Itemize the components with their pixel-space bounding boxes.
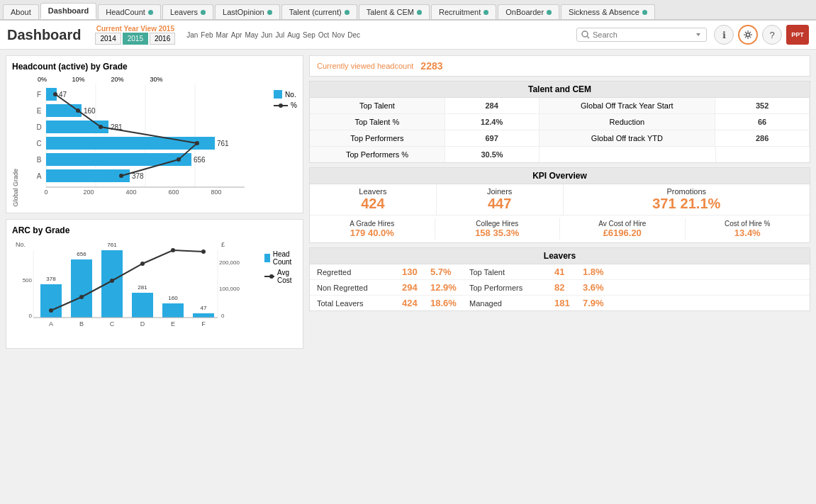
powerpoint-button[interactable]: PPT [786,25,809,45]
kpi-overview-header: KPI Overview [310,168,810,184]
x-tick-20: 20% [98,76,137,83]
a-grade-value: 179 [350,228,366,238]
college-hires-value: 158 [475,228,491,238]
headcount-dot [148,10,153,15]
month-aug[interactable]: Aug [287,31,300,39]
promotions-col: Promotions 371 21.1% [564,184,810,215]
talent-current-dot [345,10,350,15]
tab-recruitment[interactable]: Recruitment [431,4,496,19]
bar-a [46,169,130,182]
search-box[interactable] [576,28,707,42]
arc-yr-200k: 200,000 [219,259,240,266]
managed-label: Managed [469,299,554,308]
promotions-value: 371 [652,196,676,212]
svg-line-1 [587,36,589,38]
onboarder-dot [547,10,552,15]
arc-dot-a [49,308,53,313]
chart-legend: No. % [274,90,297,207]
leavers-dot [201,10,206,15]
av-cost-col: Av Cost of Hire £6196.20 [560,218,686,240]
av-cost-label: Av Cost of Hire [563,220,682,228]
tab-talent-cem[interactable]: Talent & CEM [359,4,430,19]
global-offtrack-year-value: 352 [715,98,810,113]
svg-point-0 [582,31,588,37]
tab-leavers[interactable]: Leavers [162,4,213,19]
arc-grade-e: E [171,320,175,327]
month-dec[interactable]: Dec [347,31,360,39]
tab-sickness[interactable]: Sickness & Absence [561,4,655,19]
college-hires-pct: 35.3% [493,228,519,238]
xnum-600: 600 [168,189,179,196]
year-nav: Current Year View 2015 2014 2015 2016 [95,25,175,45]
line-dot-a [119,174,123,178]
month-sep[interactable]: Sep [303,31,315,39]
month-apr[interactable]: Apr [231,31,242,39]
tab-talent-current[interactable]: Talent (current) [281,4,357,19]
leavers-row-3: Total Leavers 424 18.6% Managed 181 7.9% [310,296,810,310]
left-panel: Headcount (active) by Grade Global Grade… [6,55,303,349]
top-talent-pct-label: Top Talent % [310,114,445,130]
arc-dot-b [79,295,84,299]
tab-about[interactable]: About [3,4,39,19]
month-nov[interactable]: Nov [332,31,345,39]
av-cost-value: £6196.20 [563,228,682,238]
arc-yr-100k: 100,000 [219,286,240,292]
month-feb[interactable]: Feb [201,31,213,39]
page-title: Dashboard [7,27,81,43]
main-content: Headcount (active) by Grade Global Grade… [0,50,816,354]
sickness-dot [642,10,647,15]
value-c: 761 [217,140,229,147]
a-grade-label: A Grade Hires [313,220,432,228]
tab-dashboard[interactable]: Dashboard [40,3,96,19]
arc-legend-hc-icon [264,254,270,262]
leavers-col-value: 424 [313,196,433,212]
talent-cem-section: Talent and CEM Top Talent 284 Global Off… [309,81,810,163]
talent-row-1: Top Talent 284 Global Off Track Year Sta… [310,98,810,114]
line-dot-b [177,157,181,162]
month-oct[interactable]: Oct [318,31,330,39]
month-jun[interactable]: Jun [261,31,272,39]
year-2014[interactable]: 2014 [95,33,121,45]
search-input[interactable] [593,30,692,39]
talent-row-2: Top Talent % 12.4% Reduction 66 [310,114,810,130]
legend-no: No. [274,90,297,99]
dropdown-arrow-icon [695,31,702,38]
total-leavers-pct: 18.6% [430,298,469,308]
arc-dot-d [140,262,145,266]
a-grade-pct: 40.0% [368,228,394,238]
arc-val-e: 160 [168,295,178,301]
label-e: E [37,107,42,115]
tab-onboarder[interactable]: OnBoarder [498,4,559,19]
month-selector: Jan Feb Mar Apr May Jun Jul Aug Sep Oct … [186,31,360,39]
arc-val-d: 281 [138,284,147,291]
empty-label [540,147,716,162]
svg-line-11 [745,36,747,38]
legend-no-icon [274,90,282,99]
cost-of-hire-value: 13.4% [688,228,807,238]
college-hires-vals: 158 35.3% [438,228,557,238]
arc-dot-e [171,248,175,252]
bar-b [46,153,191,166]
year-2015[interactable]: 2015 [123,33,148,45]
year-2016[interactable]: 2016 [150,33,175,45]
headcount-svg: F 47 E 160 D 281 C 761 [25,84,259,205]
help-button[interactable]: ? [762,25,782,45]
joiners-col: Joiners 447 [437,184,564,215]
top-talent-leavers-value: 41 [554,267,583,277]
arc-bar-b [71,259,92,318]
month-mar[interactable]: Mar [216,31,228,39]
xnum-0: 0 [44,189,47,196]
value-b: 656 [194,156,206,164]
month-jan[interactable]: Jan [186,31,198,39]
top-performers-leavers-value: 82 [554,282,583,293]
arc-legend-avg-label: Avg Cost [277,269,297,284]
tab-headcount[interactable]: HeadCount [98,4,161,19]
joiners-col-value: 447 [440,196,560,212]
month-may[interactable]: May [245,31,258,39]
arc-grade-d: D [140,320,145,327]
month-jul[interactable]: Jul [275,31,284,39]
settings-button[interactable] [738,25,758,45]
non-regretted-pct: 12.9% [430,282,469,293]
info-button[interactable]: ℹ [714,25,734,45]
tab-lastopinion[interactable]: LastOpinion [215,4,280,19]
